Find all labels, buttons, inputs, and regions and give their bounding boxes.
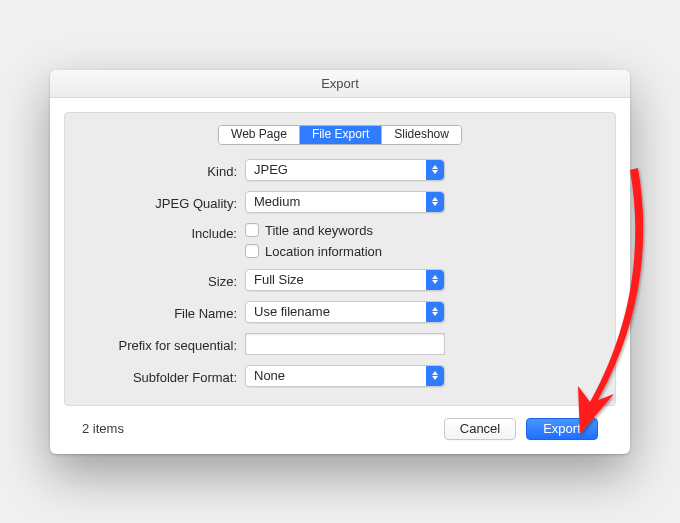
checkbox-label-title: Title and keywords — [265, 223, 373, 238]
cancel-button[interactable]: Cancel — [444, 418, 516, 440]
label-kind: Kind: — [85, 161, 245, 179]
select-subfolder-value: None — [254, 368, 285, 383]
stepper-icon — [426, 366, 444, 386]
row-subfolder: Subfolder Format: None — [85, 365, 595, 387]
tab-file-export[interactable]: File Export — [300, 126, 382, 144]
row-include: Include: Title and keywords Location inf… — [85, 223, 595, 259]
checkbox-label-location: Location information — [265, 244, 382, 259]
row-size: Size: Full Size — [85, 269, 595, 291]
window-title: Export — [321, 76, 359, 91]
label-prefix: Prefix for sequential: — [85, 335, 245, 353]
checkbox-icon — [245, 223, 259, 237]
row-prefix: Prefix for sequential: — [85, 333, 595, 355]
options-panel: Web Page File Export Slideshow Kind: JPE… — [64, 112, 616, 406]
label-size: Size: — [85, 271, 245, 289]
checkbox-title-keywords[interactable]: Title and keywords — [245, 223, 595, 238]
label-subfolder: Subfolder Format: — [85, 367, 245, 385]
tab-slideshow[interactable]: Slideshow — [382, 126, 461, 144]
stepper-icon — [426, 302, 444, 322]
row-file-name: File Name: Use filename — [85, 301, 595, 323]
row-jpeg-quality: JPEG Quality: Medium — [85, 191, 595, 213]
items-count: 2 items — [82, 421, 124, 436]
label-jpeg-quality: JPEG Quality: — [85, 193, 245, 211]
tab-web-page[interactable]: Web Page — [219, 126, 300, 144]
select-file-name[interactable]: Use filename — [245, 301, 445, 323]
content: Web Page File Export Slideshow Kind: JPE… — [50, 98, 630, 454]
row-kind: Kind: JPEG — [85, 159, 595, 181]
footer: 2 items Cancel Export — [64, 406, 616, 454]
form: Kind: JPEG JPEG Quality: — [65, 155, 615, 387]
select-kind-value: JPEG — [254, 162, 288, 177]
select-subfolder[interactable]: None — [245, 365, 445, 387]
select-size[interactable]: Full Size — [245, 269, 445, 291]
titlebar: Export — [50, 70, 630, 98]
select-file-name-value: Use filename — [254, 304, 330, 319]
export-button[interactable]: Export — [526, 418, 598, 440]
tab-bar: Web Page File Export Slideshow — [65, 113, 615, 155]
checkbox-icon — [245, 244, 259, 258]
select-size-value: Full Size — [254, 272, 304, 287]
select-jpeg-quality-value: Medium — [254, 194, 300, 209]
stepper-icon — [426, 192, 444, 212]
label-include: Include: — [85, 223, 245, 241]
tab-group: Web Page File Export Slideshow — [218, 125, 462, 145]
checkbox-location[interactable]: Location information — [245, 244, 595, 259]
stepper-icon — [426, 160, 444, 180]
select-jpeg-quality[interactable]: Medium — [245, 191, 445, 213]
stepper-icon — [426, 270, 444, 290]
input-prefix[interactable] — [245, 333, 445, 355]
label-file-name: File Name: — [85, 303, 245, 321]
select-kind[interactable]: JPEG — [245, 159, 445, 181]
export-dialog: Export Web Page File Export Slideshow Ki… — [50, 70, 630, 454]
